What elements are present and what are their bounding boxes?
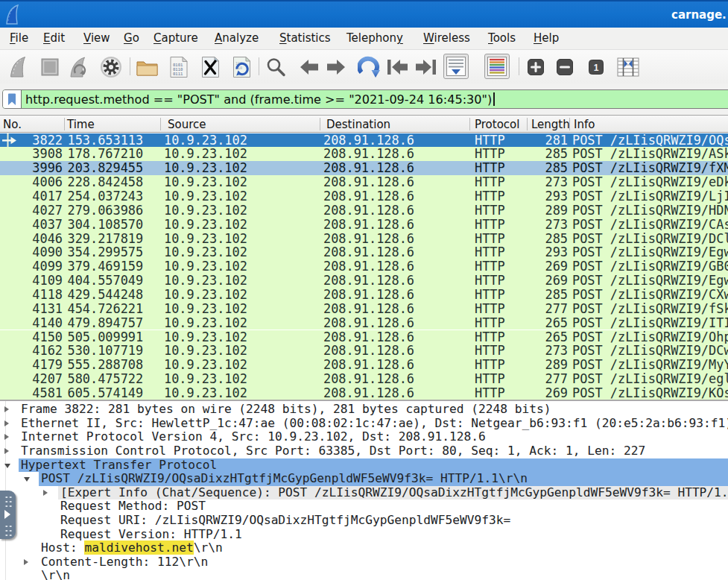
collapse-arrow-icon[interactable] — [24, 477, 30, 482]
detail-line-3[interactable]: Transmission Control Protocol, Src Port:… — [0, 444, 728, 458]
expand-arrow-icon[interactable] — [4, 420, 9, 426]
cell-info: POST /zLIisQRWZI9/GB0s — [572, 259, 728, 274]
go-first-button[interactable] — [382, 50, 412, 83]
auto-scroll-button[interactable] — [443, 54, 469, 79]
packet-row-4109[interactable]: 4109404.55704910.9.23.102208.91.128.6HTT… — [0, 274, 728, 288]
packet-row-4046[interactable]: 4046329.21781910.9.23.102208.91.128.6HTT… — [0, 232, 728, 246]
detail-line-1[interactable]: Ethernet II, Src: HewlettP_1c:47:ae (00:… — [0, 417, 728, 431]
column-separator[interactable] — [569, 118, 570, 130]
cell-destination: 208.91.128.6 — [323, 161, 414, 175]
packet-row-4027[interactable]: 4027279.06398610.9.23.102208.91.128.6HTT… — [0, 204, 728, 218]
menu-tools[interactable]: Tools — [488, 31, 516, 45]
detail-line-4[interactable]: Hypertext Transfer Protocol — [0, 458, 728, 473]
filter-bookmark-button[interactable] — [3, 90, 22, 108]
column-header-protocol[interactable]: Protocol — [475, 118, 519, 131]
cell-length: 265 — [545, 316, 568, 330]
menu-go[interactable]: Go — [124, 31, 139, 45]
column-header-source[interactable]: Source — [168, 118, 206, 131]
column-header-length[interactable]: Length — [531, 118, 570, 131]
packet-row-4131[interactable]: 4131454.72622110.9.23.102208.91.128.6HTT… — [0, 302, 728, 316]
column-header-time[interactable]: Time — [67, 118, 95, 131]
packet-row-4017[interactable]: 4017254.03724310.9.23.102208.91.128.6HTT… — [0, 189, 728, 204]
detail-line-9[interactable]: Request Version: HTTP/1.1 — [0, 528, 728, 542]
detail-line-7[interactable]: Request Method: POST — [0, 499, 728, 514]
file-close-icon — [200, 56, 221, 78]
menu-statistics[interactable]: Statistics — [279, 31, 331, 45]
column-header-destination[interactable]: Destination — [326, 118, 390, 131]
column-separator[interactable] — [469, 118, 470, 130]
cell-destination: 208.91.128.6 — [323, 218, 414, 232]
collapse-arrow-icon[interactable] — [4, 464, 10, 468]
menu-capture[interactable]: Capture — [153, 31, 198, 45]
go-back-button[interactable] — [294, 50, 324, 83]
expand-arrow-icon[interactable] — [43, 490, 48, 496]
cell-length: 293 — [545, 245, 568, 259]
go-forward-button[interactable] — [321, 50, 351, 83]
find-packet-button[interactable] — [261, 50, 291, 83]
column-header-no[interactable]: No. — [3, 118, 22, 131]
text-cursor — [493, 92, 495, 106]
packet-row-4150[interactable]: 4150505.00999110.9.23.102208.91.128.6HTT… — [0, 330, 728, 344]
capture-stop-button[interactable] — [35, 50, 65, 83]
menu-wireless[interactable]: Wireless — [423, 31, 470, 45]
detail-line-11[interactable]: Content-Length: 112\r\n — [0, 555, 728, 570]
detail-line-12[interactable]: \r\n — [0, 569, 728, 580]
expand-arrow-icon[interactable] — [24, 559, 28, 565]
resize-columns-button[interactable] — [613, 50, 643, 83]
file-close-button[interactable] — [195, 50, 225, 83]
packet-row-4037[interactable]: 4037304.10857010.9.23.102208.91.128.6HTT… — [0, 218, 728, 232]
detail-line-5[interactable]: POST /zLIisQRWZI9/OQsaDixzHTgtfjMcGypGen… — [0, 472, 728, 486]
packet-row-4099[interactable]: 4099379.46915910.9.23.102208.91.128.6HTT… — [0, 259, 728, 274]
packet-row-3996[interactable]: 3996203.82945510.9.23.102208.91.128.6HTT… — [0, 161, 728, 175]
display-filter-text[interactable]: http.request.method == "POST" and (frame… — [25, 92, 492, 107]
capture-options-button[interactable] — [96, 50, 126, 83]
packet-row-4581[interactable]: 4581605.57414910.9.23.102208.91.128.6HTT… — [0, 386, 728, 400]
menu-telephony[interactable]: Telephony — [346, 31, 403, 45]
zoom-in-button[interactable] — [521, 50, 551, 83]
column-separator[interactable] — [64, 118, 65, 130]
detail-line-0[interactable]: Frame 3822: 281 bytes on wire (2248 bits… — [0, 403, 728, 417]
file-save-button[interactable]: 010101100111 — [164, 50, 194, 83]
packet-row-4090[interactable]: 4090354.29957510.9.23.102208.91.128.6HTT… — [0, 245, 728, 259]
find-packet-icon — [265, 57, 286, 78]
colorize-button[interactable] — [484, 54, 510, 79]
column-header-info[interactable]: Info — [574, 118, 595, 131]
menu-file[interactable]: File — [10, 31, 28, 45]
cell-source: 10.9.23.102 — [164, 175, 247, 189]
packet-row-3822[interactable]: 3822153.65311310.9.23.102208.91.128.6HTT… — [0, 133, 728, 148]
packet-row-4179[interactable]: 4179555.28870810.9.23.102208.91.128.6HTT… — [0, 358, 728, 372]
menu-edit[interactable]: Edit — [43, 31, 65, 45]
go-to-packet-button[interactable] — [355, 50, 385, 83]
cell-length: 285 — [545, 288, 568, 302]
column-separator[interactable] — [527, 118, 528, 130]
expand-arrow-icon[interactable] — [4, 434, 9, 440]
display-filter-input[interactable]: http.request.method == "POST" and (frame… — [2, 89, 728, 109]
menu-help[interactable]: Help — [534, 31, 559, 45]
detail-line-2[interactable]: Internet Protocol Version 4, Src: 10.9.2… — [0, 430, 728, 444]
packet-row-4140[interactable]: 4140479.89475710.9.23.102208.91.128.6HTT… — [0, 316, 728, 330]
packet-list-header[interactable]: No.TimeSourceDestinationProtocolLengthIn… — [0, 116, 728, 133]
packet-row-4162[interactable]: 4162530.10771910.9.23.102208.91.128.6HTT… — [0, 344, 728, 358]
drawer-handle[interactable] — [0, 491, 16, 539]
packet-row-4118[interactable]: 4118429.54424810.9.23.102208.91.128.6HTT… — [0, 288, 728, 302]
file-open-button[interactable] — [133, 50, 162, 83]
detail-line-6[interactable]: [Expert Info (Chat/Sequence): POST /zLIi… — [0, 486, 728, 500]
column-separator[interactable] — [320, 118, 320, 130]
expand-arrow-icon[interactable] — [4, 448, 9, 454]
packet-row-4207[interactable]: 4207580.47572210.9.23.102208.91.128.6HTT… — [0, 372, 728, 386]
zoom-normal-button[interactable]: 1 — [581, 50, 611, 83]
title-bar[interactable]: carnage. — [0, 0, 728, 29]
file-reload-button[interactable]: 101110 — [227, 50, 256, 83]
capture-restart-button[interactable] — [64, 50, 94, 83]
go-last-button[interactable] — [411, 50, 441, 83]
expand-arrow-icon[interactable] — [4, 406, 9, 412]
menu-analyze[interactable]: Analyze — [215, 31, 259, 45]
capture-start-button[interactable] — [4, 50, 34, 83]
detail-line-8[interactable]: Request URI: /zLIisQRWZI9/OQsaDixzHTgtfj… — [0, 514, 728, 528]
menu-view[interactable]: View — [83, 31, 110, 45]
detail-line-10[interactable]: Host: maldivehost.net\r\n — [0, 541, 728, 555]
packet-row-4006[interactable]: 4006228.84245810.9.23.102208.91.128.6HTT… — [0, 175, 728, 189]
zoom-out-button[interactable] — [550, 50, 580, 83]
packet-row-3908[interactable]: 3908178.76721010.9.23.102208.91.128.6HTT… — [0, 147, 728, 161]
column-separator[interactable] — [160, 118, 161, 130]
